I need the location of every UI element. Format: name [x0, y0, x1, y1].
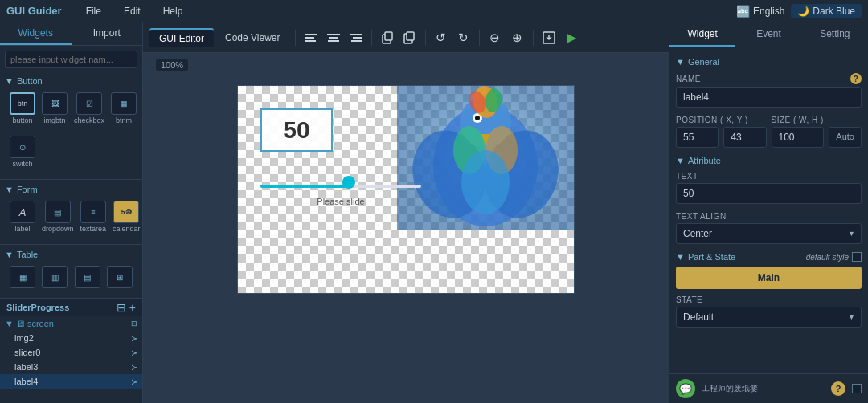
widget-table-4[interactable]: ⊞ [105, 263, 134, 291]
slider-thumb[interactable] [342, 176, 355, 189]
switch-row: ⊙ switch [5, 132, 137, 171]
text-align-select[interactable]: Center Left Right [676, 223, 862, 244]
svg-point-23 [461, 150, 510, 214]
zoom-in-button[interactable]: ⊕ [507, 27, 528, 48]
bottom-checkbox[interactable] [852, 384, 862, 393]
button-section-header[interactable]: ▼ Button [5, 76, 137, 86]
toolbar-divider-3 [425, 30, 426, 46]
text-align-select-wrapper: Center Left Right [676, 223, 862, 244]
widget-label[interactable]: A label [8, 197, 37, 236]
export-icon [542, 31, 555, 44]
parrot-image [397, 86, 574, 230]
theme-selector[interactable]: 🌙 Dark Blue [791, 4, 862, 18]
chevron-part-icon: ▼ [676, 252, 685, 262]
widget-button[interactable]: btn button [8, 89, 37, 128]
undo-button[interactable]: ↺ [431, 27, 452, 48]
menu-edit[interactable]: Edit [119, 4, 145, 18]
pos-y-input[interactable] [723, 127, 766, 148]
table-widget-grid: ▦ ▥ ▤ ⊞ [5, 263, 137, 291]
button-icon: btn [10, 92, 35, 115]
export-button[interactable] [538, 27, 559, 48]
slider-container: Please slide [260, 181, 421, 206]
copy-button[interactable] [377, 27, 398, 48]
svg-rect-8 [351, 40, 362, 42]
layer-add-button[interactable]: + [129, 302, 136, 313]
widget-textarea[interactable]: ≡ textarea [79, 197, 108, 236]
layer-panel-title: SliderProgress [6, 303, 69, 312]
layer-fold-button[interactable]: ⊟ [117, 302, 126, 313]
widget-dropdown[interactable]: ▤ dropdown [40, 197, 76, 236]
name-help-icon[interactable]: ? [850, 73, 862, 84]
svg-rect-7 [353, 37, 362, 39]
table-section-header[interactable]: ▼ Table [5, 250, 137, 259]
dropdown-icon: ▤ [45, 201, 71, 223]
align-center-button[interactable] [323, 27, 344, 48]
form-section-header[interactable]: ▼ Form [5, 185, 137, 194]
help-button[interactable]: ? [831, 381, 845, 396]
screen-icon: 🖥 [16, 319, 25, 328]
layer-child-label3[interactable]: label3 ≻ [0, 360, 142, 374]
tab-event[interactable]: Event [735, 22, 801, 47]
align-left-icon [305, 32, 317, 43]
layer-child-img2[interactable]: img2 ≻ [0, 331, 142, 345]
layer-screen-item[interactable]: ▼ 🖥 screen ⊟ [0, 316, 142, 331]
tab-widget[interactable]: Widget [669, 22, 735, 47]
bottom-bar: 💬 工程师的废纸篓 ? [669, 373, 868, 403]
label-icon: A [10, 201, 35, 223]
theme-label: Dark Blue [813, 6, 855, 17]
language-label: English [753, 6, 784, 17]
language-selector[interactable]: 🔤 English [736, 5, 784, 18]
align-left-button[interactable] [301, 27, 321, 48]
checkbox-icon: ☑ [76, 92, 102, 115]
slider-fill [260, 185, 349, 188]
menu-help[interactable]: Help [158, 4, 188, 18]
search-input[interactable] [5, 51, 137, 68]
widget-imgbtn-label: imgbtn [43, 116, 65, 124]
tab-gui-editor[interactable]: GUI Editor [149, 28, 214, 47]
name-field-group: NAME ? [676, 73, 862, 108]
pos-x-input[interactable] [676, 127, 719, 148]
attribute-title: Attribute [688, 156, 721, 165]
position-group: POSITION ( X, Y ) [676, 116, 767, 148]
canvas-area[interactable]: 100% [143, 53, 669, 403]
default-style-checkbox[interactable] [852, 252, 862, 262]
layer-panel-header: SliderProgress ⊟ + [0, 299, 142, 316]
paste-button[interactable] [399, 27, 420, 48]
tab-code-viewer[interactable]: Code Viewer [215, 29, 289, 47]
tab-widgets[interactable]: Widgets [0, 22, 72, 45]
svg-rect-0 [305, 34, 317, 35]
widget-switch[interactable]: ⊙ switch [8, 132, 37, 171]
tab-setting[interactable]: Setting [802, 22, 868, 47]
general-title: General [688, 57, 719, 67]
label4-box[interactable]: 50 [260, 108, 333, 152]
widget-table-3[interactable]: ▤ [73, 263, 102, 291]
widget-imgbtn[interactable]: 🖼 imgbtn [40, 89, 69, 128]
zoom-out-button[interactable]: ⊖ [485, 27, 506, 48]
widget-btnm[interactable]: ▦ btnm [109, 89, 138, 128]
widget-table-1[interactable]: ▦ [8, 263, 37, 291]
layer-slider0-icon: ≻ [131, 348, 137, 357]
layer-child-slider0[interactable]: slider0 ≻ [0, 345, 142, 360]
section-divider-2 [0, 244, 142, 245]
main-button[interactable]: Main [676, 267, 862, 289]
svg-rect-4 [329, 37, 338, 39]
imgbtn-icon: 🖼 [42, 92, 68, 115]
tab-import[interactable]: Import [72, 22, 143, 45]
widget-calendar[interactable]: 5⑩ calendar [111, 197, 142, 236]
play-button[interactable]: ▶ [561, 27, 582, 48]
paste-icon [403, 31, 416, 44]
text-input[interactable] [676, 183, 862, 204]
chevron-general-icon: ▼ [676, 57, 685, 67]
layer-child-label4[interactable]: label4 ≻ [0, 374, 142, 389]
text-align-label: TEXT ALIGN [676, 212, 862, 221]
state-select-wrapper: Default Focused Pressed Disabled [676, 307, 862, 328]
app-name: GUI Guider [6, 5, 62, 17]
menu-file[interactable]: File [81, 4, 106, 18]
name-input[interactable] [676, 87, 862, 108]
state-select[interactable]: Default Focused Pressed Disabled [676, 307, 862, 328]
align-right-button[interactable] [346, 27, 366, 48]
widget-table-2[interactable]: ▥ [40, 263, 69, 291]
size-w-input[interactable] [772, 127, 825, 148]
widget-checkbox[interactable]: ☑ checkbox [72, 89, 106, 128]
redo-button[interactable]: ↻ [453, 27, 474, 48]
